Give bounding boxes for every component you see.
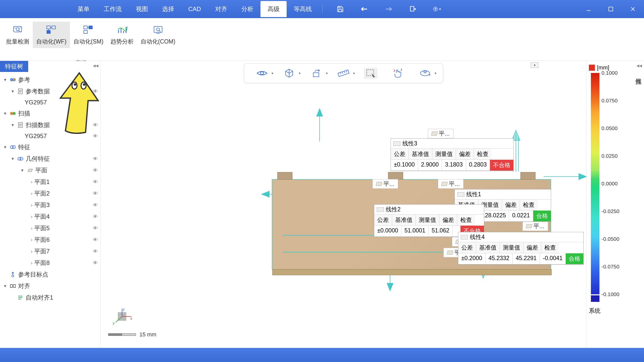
legend-footer: 系统	[589, 307, 641, 315]
tree-item[interactable]: ›平面7👁	[0, 246, 100, 257]
measurement-callout-linear4[interactable]: 线性4 公差 基准值 测量值 偏差 检查 ±0.2000 45.2332 45.…	[458, 232, 584, 265]
ribbon-auto-sm[interactable]: 自动化(SM)	[70, 22, 107, 48]
menu-align[interactable]: 对齐	[208, 1, 234, 17]
tree-collapse-icon[interactable]: ◂◂	[93, 62, 98, 69]
tree-item[interactable]: ▾参考	[0, 74, 100, 86]
ribbon-trend[interactable]: 趋势分析	[107, 22, 137, 48]
menu-workflow[interactable]: 工作流	[97, 1, 129, 17]
menu-select[interactable]: 选择	[155, 1, 181, 17]
feat-icon	[9, 144, 17, 150]
expand-icon[interactable]: ▾	[10, 122, 15, 128]
tree-item[interactable]: ›平面6👁	[0, 234, 100, 246]
plane-label[interactable]: 平...	[372, 179, 398, 189]
ribbon-batch-inspect[interactable]: 批量检测	[3, 22, 33, 48]
visibility-eye-icon[interactable]: 👁	[93, 122, 98, 128]
visibility-tool-icon[interactable]: ▾	[255, 68, 269, 79]
visibility-eye-icon[interactable]: 👁	[93, 202, 98, 208]
undo-icon[interactable]	[360, 5, 368, 13]
ribbon-auto-wf[interactable]: 自动化(WF)	[33, 22, 70, 48]
tree-item[interactable]: 自动对齐1	[0, 292, 100, 303]
tree-item[interactable]: ▾扫描数据👁	[0, 119, 100, 131]
menu-contour[interactable]: 等高线	[287, 1, 319, 17]
expand-icon[interactable]: ▾	[3, 283, 8, 289]
expand-icon[interactable]: ›	[29, 237, 34, 243]
cube-tool-icon[interactable]: ▾	[282, 68, 296, 79]
expand-icon[interactable]: ›	[29, 214, 34, 219]
viewport-3d[interactable]: ▾ ▾ ▾ ▾ ▾ ▾	[101, 61, 586, 348]
tree-item[interactable]: 参考目标点	[0, 269, 100, 280]
help-icon[interactable]: ?▾	[433, 5, 441, 13]
visibility-eye-icon[interactable]: 👁	[93, 260, 98, 266]
visibility-eye-icon[interactable]: 👁	[93, 225, 98, 231]
properties-tab[interactable]: 属性	[633, 70, 644, 77]
expand-icon[interactable]: ▾	[3, 144, 8, 150]
menu-analyze[interactable]: 分析	[234, 1, 260, 17]
expand-icon[interactable]: ▾	[3, 77, 8, 83]
svg-point-25	[10, 78, 13, 81]
plane-label[interactable]: 平...	[438, 179, 464, 189]
visibility-eye-icon[interactable]: 👁	[93, 191, 98, 196]
rotate-tool-icon[interactable]: ▾	[310, 68, 323, 79]
menu-cad[interactable]: CAD	[181, 2, 208, 17]
menu-advanced[interactable]: 高级	[260, 1, 287, 17]
tree-item[interactable]: ▾扫描	[0, 108, 100, 119]
tree-item[interactable]: ▾平面👁	[0, 165, 100, 176]
visibility-eye-icon[interactable]: 👁	[93, 133, 98, 139]
ruler-tool-icon[interactable]: ▾	[337, 68, 350, 79]
ribbon-auto-com[interactable]: 自动化(COM)	[137, 22, 179, 48]
tree-list: ▾参考▾参考数据👁YG2957▾扫描▾扫描数据👁YG2957👁▾特征▾几何特征👁…	[0, 72, 100, 305]
visibility-eye-icon[interactable]: 👁	[93, 156, 98, 162]
close-button[interactable]	[622, 0, 644, 18]
tree-item[interactable]: ›平面4👁	[0, 211, 100, 222]
visibility-eye-icon[interactable]: 👁	[93, 89, 98, 94]
tree-item[interactable]: ›平面8👁	[0, 257, 100, 269]
tree-item[interactable]: ▾对齐	[0, 280, 100, 292]
viewport-toolbar: ▾ ▾ ▾ ▾ ▾	[244, 63, 443, 83]
view-dropdown[interactable]: ▾	[531, 62, 538, 68]
redo-icon[interactable]	[385, 5, 393, 13]
tree-item[interactable]: YG2957	[0, 97, 100, 108]
measurement-callout-linear3[interactable]: 线性3 公差 基准值 测量值 偏差 检查 ±0.1000 2.9000 3.18…	[391, 138, 514, 171]
visibility-eye-icon[interactable]: 👁	[93, 179, 98, 185]
tree-item[interactable]: ›平面2👁	[0, 188, 100, 199]
plane-icon	[26, 167, 34, 173]
legend-gradient[interactable]	[591, 73, 599, 294]
auto-com-icon	[151, 24, 165, 35]
touch-tool-icon[interactable]	[391, 68, 405, 79]
tree-item[interactable]: ▾参考数据👁	[0, 86, 100, 97]
expand-icon[interactable]: ›	[29, 203, 34, 208]
tree-item[interactable]: ›平面5👁	[0, 222, 100, 234]
maximize-button[interactable]	[600, 0, 622, 18]
tree-item-label: 扫描数据	[26, 121, 50, 129]
svg-rect-12	[52, 26, 55, 29]
save-icon[interactable]	[336, 5, 344, 13]
plane-label[interactable]: 平...	[428, 129, 453, 138]
expand-icon[interactable]: ›	[29, 249, 34, 254]
tree-item[interactable]: ›平面3👁	[0, 199, 100, 211]
tree-item[interactable]: YG2957👁	[0, 131, 100, 141]
legend-collapse-icon[interactable]: ◂◂	[636, 62, 642, 69]
minimize-button[interactable]	[578, 0, 600, 18]
expand-icon[interactable]: ›	[29, 260, 34, 266]
expand-icon[interactable]: ›	[29, 191, 34, 196]
tree-item[interactable]: ▾几何特征👁	[0, 153, 100, 165]
expand-icon[interactable]: ▾	[10, 89, 15, 94]
visibility-eye-icon[interactable]: 👁	[93, 249, 98, 254]
tree-item[interactable]: ▾特征	[0, 141, 100, 153]
menu-main[interactable]: 菜单	[70, 1, 97, 17]
select-tool-icon[interactable]	[364, 68, 377, 79]
visibility-eye-icon[interactable]: 👁	[93, 214, 98, 220]
expand-icon[interactable]: ›	[29, 179, 34, 185]
expand-icon[interactable]: ▾	[3, 111, 8, 116]
axis-gizmo[interactable]: zxy	[111, 308, 133, 325]
menu-view[interactable]: 视图	[129, 1, 155, 17]
expand-icon[interactable]: ›	[29, 226, 34, 231]
expand-icon[interactable]: ▾	[20, 168, 25, 173]
visibility-eye-icon[interactable]: 👁	[93, 168, 98, 173]
tree-item[interactable]: ›平面1👁	[0, 176, 100, 188]
visibility-eye-icon[interactable]: 👁	[93, 237, 98, 243]
plane-label[interactable]: 平...	[522, 221, 548, 231]
orbit-tool-icon[interactable]: ▾	[418, 68, 432, 79]
export-icon[interactable]	[409, 5, 417, 13]
expand-icon[interactable]: ▾	[10, 156, 15, 162]
